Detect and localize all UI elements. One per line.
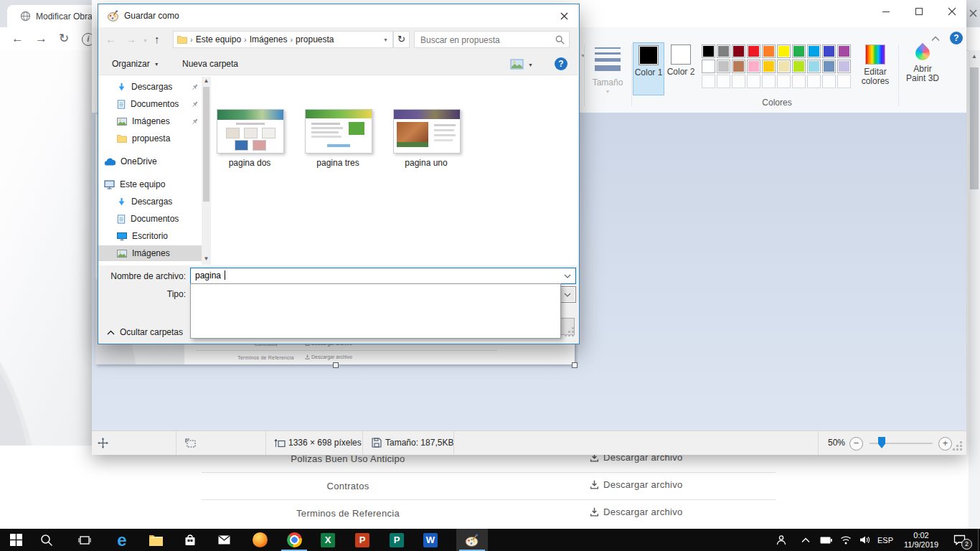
dialog-resize-grip[interactable] <box>565 334 567 336</box>
breadcrumb[interactable]: › Este equipo › Imágenes › propuesta ▼ <box>173 31 393 48</box>
file-item[interactable]: pagina tres <box>305 109 371 168</box>
breadcrumb-item[interactable]: Este equipo <box>196 34 241 44</box>
taskbar-excel-button[interactable]: X <box>314 529 342 551</box>
taskbar-file-explorer-button[interactable] <box>141 529 170 551</box>
action-center-button[interactable]: 2 <box>947 529 971 551</box>
organize-button[interactable]: Organizar ▼ <box>112 59 159 69</box>
file-item[interactable]: pagina dos <box>217 109 283 168</box>
tray-overflow-button[interactable] <box>796 529 815 551</box>
refresh-button[interactable]: ↻ <box>393 31 410 48</box>
color1-button[interactable]: Color 1 <box>633 42 664 95</box>
taskbar-word-button[interactable]: W <box>416 529 445 551</box>
taskbar-search-button[interactable] <box>32 529 61 551</box>
taskbar-edge-button[interactable]: e <box>108 529 136 551</box>
taskbar-store-button[interactable] <box>176 529 204 551</box>
palette-empty-slot[interactable] <box>702 75 715 88</box>
history-dropdown-icon[interactable]: ▼ <box>143 38 148 43</box>
filetype-dropdown-button[interactable] <box>560 288 575 301</box>
palette-color[interactable] <box>747 44 760 58</box>
filename-input[interactable]: pagina <box>190 268 576 284</box>
palette-color[interactable] <box>807 60 821 73</box>
palette-color[interactable] <box>792 60 806 73</box>
task-view-button[interactable] <box>70 529 99 551</box>
palette-color[interactable] <box>837 60 851 73</box>
palette-empty-slot[interactable] <box>822 75 836 88</box>
size-button[interactable]: Tamaño ▼ <box>587 44 628 94</box>
address-dropdown-icon[interactable]: ▼ <box>383 37 392 42</box>
palette-empty-slot[interactable] <box>837 75 851 88</box>
collapse-ribbon-icon[interactable] <box>931 36 940 42</box>
palette-empty-slot[interactable] <box>747 75 760 88</box>
palette-color[interactable] <box>702 44 715 58</box>
sidebar-item-imagenes[interactable]: Imágenes <box>98 113 202 129</box>
language-button[interactable]: ESP <box>874 529 897 551</box>
browser-forward-icon[interactable]: → <box>35 32 47 46</box>
search-icon[interactable] <box>555 35 565 44</box>
taskbar-publisher-button[interactable]: P <box>382 529 411 551</box>
palette-empty-slot[interactable] <box>777 75 791 88</box>
sidebar-scroll-down-icon[interactable]: ▼ <box>203 255 209 263</box>
taskbar-powerpoint-button[interactable]: P <box>348 529 377 551</box>
start-button[interactable] <box>1 529 30 551</box>
sidebar-item-escritorio[interactable]: Escritorio <box>98 228 202 244</box>
maximize-button[interactable] <box>903 0 936 23</box>
canvas-resize-handle-corner[interactable] <box>572 362 578 368</box>
sidebar-item-onedrive[interactable]: OneDrive <box>98 154 202 169</box>
sidebar-item-imagenes-pc[interactable]: Imágenes <box>98 245 202 261</box>
color2-button[interactable]: Color 2 <box>666 42 696 94</box>
palette-empty-slot[interactable] <box>717 75 730 88</box>
dialog-back-icon[interactable]: ← <box>105 32 116 47</box>
minimize-button[interactable] <box>870 0 903 23</box>
browser-back-icon[interactable]: ← <box>11 32 24 46</box>
palette-color[interactable] <box>732 60 745 73</box>
filename-autocomplete-panel[interactable] <box>190 283 561 339</box>
new-folder-button[interactable]: Nueva carpeta <box>182 59 238 69</box>
people-button[interactable] <box>771 529 791 551</box>
window-resize-grip[interactable] <box>953 448 955 451</box>
wifi-button[interactable] <box>836 529 856 551</box>
palette-empty-slot[interactable] <box>762 75 776 88</box>
palette-empty-slot[interactable] <box>792 75 806 88</box>
sidebar-scroll-up-icon[interactable]: ▲ <box>203 77 209 85</box>
browser-reload-icon[interactable]: ↻ <box>59 32 69 46</box>
filename-dropdown-icon[interactable] <box>564 274 571 278</box>
show-desktop-strip[interactable] <box>978 529 979 551</box>
zoom-in-button[interactable]: + <box>938 437 952 451</box>
close-button[interactable] <box>936 0 969 23</box>
breadcrumb-item[interactable]: propuesta <box>296 34 334 44</box>
canvas-resize-handle-bottom[interactable] <box>333 362 339 368</box>
palette-color[interactable] <box>837 44 851 58</box>
palette-color[interactable] <box>717 44 730 58</box>
file-item[interactable]: pagina uno <box>393 109 459 168</box>
taskbar-chrome-button[interactable] <box>280 529 308 551</box>
scroll-up-icon[interactable]: ▲ <box>971 53 977 60</box>
clock-button[interactable]: 0:02 11/9/2019 <box>898 529 944 551</box>
palette-color[interactable] <box>717 60 730 73</box>
sidebar-item-este-equipo[interactable]: Este equipo <box>98 176 202 192</box>
palette-color[interactable] <box>777 44 791 58</box>
palette-empty-slot[interactable] <box>807 75 821 88</box>
zoom-out-button[interactable]: − <box>849 437 863 451</box>
sidebar-scrollbar-thumb[interactable] <box>203 87 209 202</box>
palette-color[interactable] <box>732 44 745 58</box>
sidebar-item-descargas[interactable]: Descargas <box>98 79 202 95</box>
palette-color[interactable] <box>822 60 836 73</box>
breadcrumb-item[interactable]: Imágenes <box>250 34 288 44</box>
palette-color[interactable] <box>762 60 776 73</box>
palette-color[interactable] <box>792 44 806 58</box>
download-link[interactable]: Descargar archivo <box>590 507 683 517</box>
up-directory-icon[interactable]: ↑ <box>154 32 160 47</box>
dialog-help-icon[interactable]: ? <box>555 57 567 70</box>
download-link[interactable]: Descargar archivo <box>590 479 683 490</box>
palette-color[interactable] <box>762 44 776 58</box>
search-box[interactable] <box>414 31 570 48</box>
taskbar-firefox-button[interactable] <box>245 529 274 551</box>
palette-color[interactable] <box>777 60 791 73</box>
view-mode-icon[interactable] <box>510 59 524 70</box>
battery-button[interactable] <box>816 529 836 551</box>
dialog-forward-icon[interactable]: → <box>126 32 136 47</box>
zoom-slider-handle[interactable] <box>878 437 885 448</box>
palette-color[interactable] <box>702 60 715 73</box>
browser-close-icon[interactable] <box>969 9 977 17</box>
palette-color[interactable] <box>822 44 836 58</box>
